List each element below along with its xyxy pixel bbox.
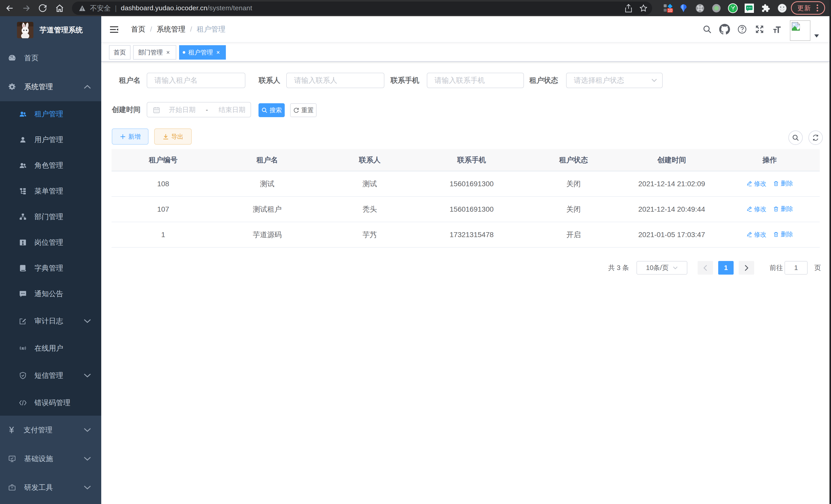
svg-text:10: 10 — [668, 8, 672, 12]
